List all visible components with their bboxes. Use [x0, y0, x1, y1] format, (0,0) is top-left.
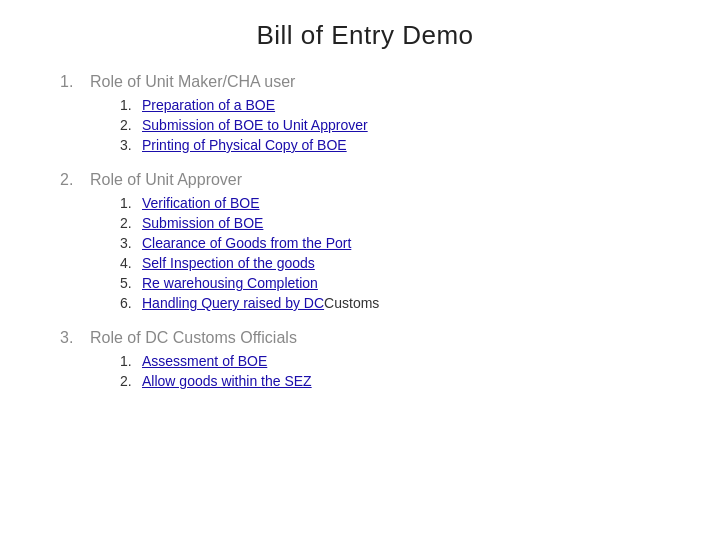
- extra-text: Customs: [324, 295, 379, 311]
- list-item: 5.Re warehousing Completion: [120, 275, 680, 291]
- list-item: 4.Self Inspection of the goods: [120, 255, 680, 271]
- page-title: Bill of Entry Demo: [50, 20, 680, 51]
- inner-list-3: 1.Assessment of BOE2.Allow goods within …: [50, 353, 680, 389]
- list-item: 3.Clearance of Goods from the Port: [120, 235, 680, 251]
- link-item[interactable]: Re warehousing Completion: [142, 275, 318, 291]
- link-item[interactable]: Submission of BOE: [142, 215, 263, 231]
- item-number: 5.: [120, 275, 142, 291]
- inner-list-2: 1.Verification of BOE2.Submission of BOE…: [50, 195, 680, 311]
- section-1: 1.Role of Unit Maker/CHA user1.Preparati…: [50, 73, 680, 153]
- item-number: 2.: [120, 215, 142, 231]
- section-number-3: 3.: [60, 329, 90, 347]
- link-item[interactable]: Handling Query raised by DC: [142, 295, 324, 311]
- section-3: 3.Role of DC Customs Officials1.Assessme…: [50, 329, 680, 389]
- section-title-2: 2.Role of Unit Approver: [50, 171, 680, 189]
- link-item[interactable]: Allow goods within the SEZ: [142, 373, 312, 389]
- item-number: 1.: [120, 97, 142, 113]
- item-number: 1.: [120, 195, 142, 211]
- link-item[interactable]: Self Inspection of the goods: [142, 255, 315, 271]
- item-number: 2.: [120, 117, 142, 133]
- list-item: 3.Printing of Physical Copy of BOE: [120, 137, 680, 153]
- link-item[interactable]: Printing of Physical Copy of BOE: [142, 137, 347, 153]
- item-number: 3.: [120, 235, 142, 251]
- item-number: 4.: [120, 255, 142, 271]
- list-item: 2.Submission of BOE to Unit Approver: [120, 117, 680, 133]
- list-item: 6.Handling Query raised by DC Customs: [120, 295, 680, 311]
- list-item: 2.Allow goods within the SEZ: [120, 373, 680, 389]
- link-item[interactable]: Clearance of Goods from the Port: [142, 235, 351, 251]
- link-item[interactable]: Verification of BOE: [142, 195, 260, 211]
- list-item: 2.Submission of BOE: [120, 215, 680, 231]
- page-container: Bill of Entry Demo 1.Role of Unit Maker/…: [0, 0, 720, 427]
- inner-list-1: 1.Preparation of a BOE2.Submission of BO…: [50, 97, 680, 153]
- section-number-2: 2.: [60, 171, 90, 189]
- section-title-3: 3.Role of DC Customs Officials: [50, 329, 680, 347]
- list-item: 1.Assessment of BOE: [120, 353, 680, 369]
- link-item[interactable]: Submission of BOE to Unit Approver: [142, 117, 368, 133]
- item-number: 6.: [120, 295, 142, 311]
- link-item[interactable]: Preparation of a BOE: [142, 97, 275, 113]
- item-number: 3.: [120, 137, 142, 153]
- section-title-1: 1.Role of Unit Maker/CHA user: [50, 73, 680, 91]
- section-2: 2.Role of Unit Approver1.Verification of…: [50, 171, 680, 311]
- link-item[interactable]: Assessment of BOE: [142, 353, 267, 369]
- list-item: 1.Verification of BOE: [120, 195, 680, 211]
- outer-list: 1.Role of Unit Maker/CHA user1.Preparati…: [50, 73, 680, 389]
- item-number: 1.: [120, 353, 142, 369]
- list-item: 1.Preparation of a BOE: [120, 97, 680, 113]
- item-number: 2.: [120, 373, 142, 389]
- section-number-1: 1.: [60, 73, 90, 91]
